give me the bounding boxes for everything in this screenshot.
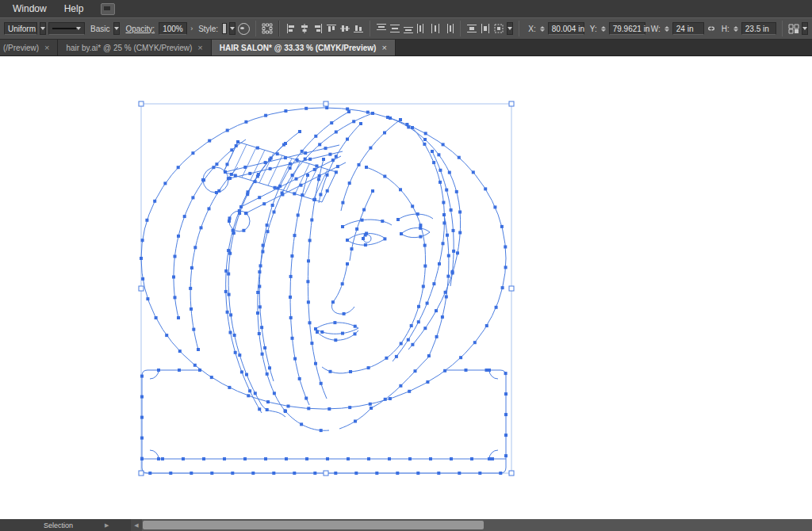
anchor-point[interactable] bbox=[239, 205, 243, 208]
anchor-point[interactable] bbox=[327, 407, 331, 411]
anchor-point[interactable] bbox=[274, 186, 277, 189]
anchor-point[interactable] bbox=[448, 171, 451, 174]
anchor-point[interactable] bbox=[499, 472, 502, 475]
status-tool-indicator[interactable]: Selection ▶ bbox=[0, 519, 131, 531]
anchor-point[interactable] bbox=[470, 457, 473, 460]
anchor-point[interactable] bbox=[259, 305, 262, 308]
brush-dropdown-icon[interactable] bbox=[113, 22, 120, 35]
selection-handle[interactable] bbox=[139, 286, 144, 291]
anchor-point[interactable] bbox=[354, 325, 357, 328]
vector-path[interactable] bbox=[285, 411, 329, 430]
anchor-point[interactable] bbox=[335, 170, 338, 174]
anchor-point[interactable] bbox=[208, 139, 211, 143]
anchor-point[interactable] bbox=[458, 231, 462, 235]
anchor-point[interactable] bbox=[442, 242, 445, 245]
anchor-point[interactable] bbox=[313, 472, 316, 475]
document-tab[interactable]: (/Preview) × bbox=[0, 40, 58, 55]
anchor-point[interactable] bbox=[229, 331, 232, 334]
anchor-point[interactable] bbox=[215, 191, 218, 194]
anchor-point[interactable] bbox=[140, 395, 144, 399]
anchor-point[interactable] bbox=[441, 315, 444, 319]
anchor-point[interactable] bbox=[422, 285, 425, 288]
anchor-point[interactable] bbox=[224, 170, 227, 174]
anchor-point[interactable] bbox=[227, 249, 230, 252]
anchor-point[interactable] bbox=[419, 235, 422, 239]
distribute-right-icon[interactable] bbox=[443, 21, 454, 36]
anchor-point[interactable] bbox=[289, 296, 292, 299]
anchor-point[interactable] bbox=[266, 400, 270, 403]
anchor-point[interactable] bbox=[200, 226, 203, 229]
anchor-point[interactable] bbox=[223, 457, 226, 460]
anchor-point[interactable] bbox=[269, 167, 272, 170]
document-tab-active[interactable]: HAIR SALON* @ 33.33 % (CMYK/Preview) × bbox=[212, 40, 396, 55]
anchor-point[interactable] bbox=[212, 166, 215, 169]
anchor-point[interactable] bbox=[314, 327, 317, 330]
vector-path[interactable] bbox=[350, 167, 425, 372]
anchor-point[interactable] bbox=[304, 107, 308, 110]
anchor-point[interactable] bbox=[244, 120, 247, 124]
anchor-point[interactable] bbox=[411, 343, 414, 346]
anchor-point[interactable] bbox=[260, 326, 263, 329]
anchor-point[interactable] bbox=[478, 472, 481, 475]
anchor-point[interactable] bbox=[266, 223, 269, 227]
anchor-point[interactable] bbox=[452, 229, 455, 232]
anchor-point[interactable] bbox=[307, 259, 310, 262]
anchor-point[interactable] bbox=[284, 142, 287, 145]
anchor-point[interactable] bbox=[431, 150, 434, 153]
anchor-point[interactable] bbox=[284, 156, 287, 159]
anchor-point[interactable] bbox=[233, 334, 236, 337]
anchor-point[interactable] bbox=[264, 457, 267, 460]
anchor-point[interactable] bbox=[310, 342, 313, 345]
anchor-point[interactable] bbox=[242, 229, 245, 232]
anchor-point[interactable] bbox=[140, 416, 144, 419]
anchor-point[interactable] bbox=[293, 357, 297, 361]
anchor-point[interactable] bbox=[153, 200, 156, 203]
anchor-point[interactable] bbox=[262, 202, 266, 205]
anchor-point[interactable] bbox=[435, 335, 439, 338]
anchor-point[interactable] bbox=[459, 356, 462, 359]
anchor-point[interactable] bbox=[228, 293, 231, 296]
anchor-point[interactable] bbox=[256, 311, 259, 315]
anchor-point[interactable] bbox=[304, 158, 307, 161]
anchor-point[interactable] bbox=[361, 219, 364, 222]
anchor-point[interactable] bbox=[326, 174, 329, 177]
align-vertical-center-icon[interactable] bbox=[339, 21, 350, 36]
anchor-point[interactable] bbox=[352, 120, 355, 123]
distribute-vertical-center-icon[interactable] bbox=[389, 21, 400, 36]
align-to-dropdown-icon[interactable] bbox=[507, 22, 513, 35]
x-field[interactable]: 80.004 in bbox=[548, 22, 584, 35]
anchor-point[interactable] bbox=[432, 161, 435, 164]
anchor-point[interactable] bbox=[472, 170, 475, 174]
anchor-point[interactable] bbox=[261, 250, 264, 254]
anchor-point[interactable] bbox=[437, 472, 440, 475]
anchor-point[interactable] bbox=[366, 111, 370, 114]
anchor-point[interactable] bbox=[236, 140, 239, 143]
vector-path[interactable] bbox=[339, 408, 371, 429]
menu-help[interactable]: Help bbox=[64, 3, 84, 14]
vector-path[interactable] bbox=[290, 175, 309, 405]
anchor-point[interactable] bbox=[263, 346, 266, 350]
anchor-point[interactable] bbox=[329, 370, 332, 373]
options-grid-icon[interactable] bbox=[262, 21, 273, 36]
anchor-point[interactable] bbox=[365, 166, 368, 169]
anchor-point[interactable] bbox=[230, 148, 233, 151]
anchor-point[interactable] bbox=[331, 159, 335, 162]
anchor-point[interactable] bbox=[304, 151, 307, 155]
anchor-point[interactable] bbox=[289, 316, 293, 319]
anchor-point[interactable] bbox=[298, 130, 301, 133]
anchor-point[interactable] bbox=[417, 320, 420, 323]
width-profile-dropdown-icon[interactable] bbox=[40, 22, 46, 35]
anchor-point[interactable] bbox=[301, 193, 304, 197]
anchor-point[interactable] bbox=[396, 218, 400, 221]
anchor-point[interactable] bbox=[165, 334, 168, 337]
stroke-style-select[interactable] bbox=[48, 22, 85, 35]
anchor-point[interactable] bbox=[308, 321, 312, 324]
anchor-point[interactable] bbox=[437, 153, 440, 156]
anchor-point[interactable] bbox=[140, 457, 144, 460]
align-right-icon[interactable] bbox=[312, 21, 324, 36]
anchor-point[interactable] bbox=[349, 370, 352, 373]
anchor-point[interactable] bbox=[318, 174, 321, 178]
anchor-point[interactable] bbox=[450, 208, 453, 212]
anchor-point[interactable] bbox=[163, 181, 167, 185]
more-settings-dropdown-icon[interactable] bbox=[802, 22, 808, 35]
